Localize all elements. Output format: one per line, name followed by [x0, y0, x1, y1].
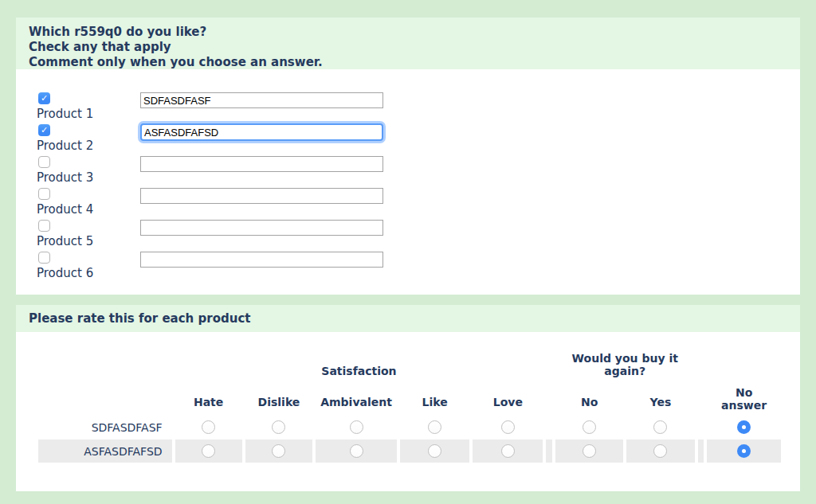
radio-row1-love[interactable] [501, 420, 515, 434]
column-header-like: Like [400, 381, 470, 415]
product-3-check-col: ✓ Product 3 [37, 156, 140, 185]
radio-row1-ambivalent[interactable] [350, 420, 363, 434]
radio-row1-yes[interactable] [653, 420, 667, 434]
product-1-label: Product 1 [37, 107, 140, 121]
product-2-label: Product 2 [37, 139, 140, 153]
cell [175, 440, 242, 463]
product-row-5: ✓ Product 5 [37, 220, 781, 252]
radio-row2-ambivalent[interactable] [350, 444, 363, 458]
checkmark-icon: ✓ [38, 124, 50, 136]
product-row-3: ✓ Product 3 [37, 156, 781, 188]
question2-header: Please rate this for each product [16, 305, 800, 332]
spacer-cell [698, 381, 704, 415]
rating-table: Satisfaction Would you buy it again? No … [35, 338, 784, 463]
cell [316, 416, 397, 439]
cell [245, 440, 313, 463]
survey-page: Which r559q0 do you like? Check any that… [0, 0, 816, 504]
radio-row2-hate[interactable] [202, 444, 215, 458]
radio-row2-dislike[interactable] [272, 444, 285, 458]
product-2-checkbox[interactable]: ✓ [38, 124, 50, 136]
question2-body: Satisfaction Would you buy it again? No … [16, 332, 800, 491]
product-4-checkbox[interactable]: ✓ [38, 188, 50, 200]
column-header-love: Love [473, 381, 543, 415]
spacer-cell [546, 339, 552, 381]
spacer-cell [698, 440, 704, 463]
radio-row2-love[interactable] [501, 444, 515, 458]
radio-row1-hate[interactable] [202, 420, 215, 434]
product-1-checkbox[interactable]: ✓ [38, 92, 50, 104]
radio-row1-like[interactable] [428, 420, 441, 434]
cell [626, 416, 694, 439]
column-header-dislike: Dislike [245, 381, 313, 415]
cell [245, 416, 313, 439]
group-buy-again: Would you buy it again? [555, 339, 695, 381]
radio-row2-no[interactable] [583, 444, 596, 458]
radio-dot-icon [742, 449, 746, 453]
column-header-ambivalent: Ambivalent [316, 381, 397, 415]
checkmark-icon: ✓ [38, 92, 50, 104]
radio-dot-icon [742, 425, 746, 429]
product-2-check-col: ✓ Product 2 [37, 124, 140, 153]
product-row-2: ✓ Product 2 [37, 124, 781, 156]
question1-instruction-2: Comment only when you choose an answer. [29, 55, 787, 70]
product-5-comment-input[interactable] [140, 220, 383, 236]
product-4-label: Product 4 [37, 202, 140, 217]
spacer-cell [546, 440, 552, 463]
question1-instruction-1: Check any that apply [29, 40, 787, 55]
product-5-checkbox[interactable]: ✓ [38, 220, 50, 232]
product-5-check-col: ✓ Product 5 [37, 220, 140, 248]
radio-row1-no-answer[interactable] [737, 420, 751, 434]
product-6-check-col: ✓ Product 6 [37, 252, 140, 280]
product-4-comment-input[interactable] [140, 188, 383, 204]
column-header-no-answer: No answer [707, 339, 781, 415]
radio-row1-dislike[interactable] [272, 420, 285, 434]
rating-row-2-label: ASFASDFAFSD [38, 440, 172, 463]
group-satisfaction: Satisfaction [175, 339, 543, 381]
product-2-comment-input[interactable] [140, 123, 383, 141]
radio-row2-like[interactable] [428, 444, 441, 458]
cell [316, 440, 397, 463]
question1-title: Which r559q0 do you like? [29, 25, 787, 40]
spacer-cell [698, 416, 704, 439]
empty-cell [38, 381, 172, 415]
column-header-hate: Hate [175, 381, 242, 415]
product-1-check-col: ✓ Product 1 [37, 92, 140, 121]
spacer-cell [698, 339, 704, 381]
cell [626, 440, 694, 463]
cell [400, 440, 470, 463]
group-header-row: Satisfaction Would you buy it again? No … [38, 339, 781, 381]
product-4-check-col: ✓ Product 4 [37, 188, 140, 217]
product-3-comment-input[interactable] [140, 156, 383, 172]
rating-row-2: ASFASDFAFSD [38, 440, 781, 463]
product-row-4: ✓ Product 4 [37, 188, 781, 220]
spacer-cell [546, 381, 552, 415]
cell [555, 416, 623, 439]
product-row-6: ✓ Product 6 [37, 252, 781, 283]
product-3-label: Product 3 [37, 170, 140, 185]
cell [175, 416, 242, 439]
question2-title: Please rate this for each product [29, 311, 250, 326]
product-6-label: Product 6 [37, 266, 140, 280]
empty-cell [38, 339, 172, 381]
radio-row2-no-answer[interactable] [737, 444, 751, 458]
rating-row-1-label: SDFASDFASF [38, 416, 172, 439]
product-6-checkbox[interactable]: ✓ [38, 252, 50, 264]
product-5-label: Product 5 [37, 234, 140, 248]
cell [473, 416, 543, 439]
column-header-row: Hate Dislike Ambivalent Like Love No Yes [38, 381, 781, 415]
spacer-cell [546, 416, 552, 439]
product-row-1: ✓ Product 1 [37, 92, 781, 124]
radio-row1-no[interactable] [583, 420, 596, 434]
rating-question-panel: Please rate this for each product Satisf… [16, 295, 800, 491]
question1-header: Which r559q0 do you like? Check any that… [16, 18, 800, 69]
product-3-checkbox[interactable]: ✓ [38, 156, 50, 168]
product-6-comment-input[interactable] [140, 252, 383, 268]
cell [555, 440, 623, 463]
column-header-yes: Yes [626, 381, 694, 415]
cell [473, 440, 543, 463]
rating-row-1: SDFASDFASF [38, 416, 781, 439]
product-1-comment-input[interactable] [140, 92, 383, 108]
cell [707, 416, 781, 439]
radio-row2-yes[interactable] [653, 444, 667, 458]
column-header-no: No [555, 381, 623, 415]
